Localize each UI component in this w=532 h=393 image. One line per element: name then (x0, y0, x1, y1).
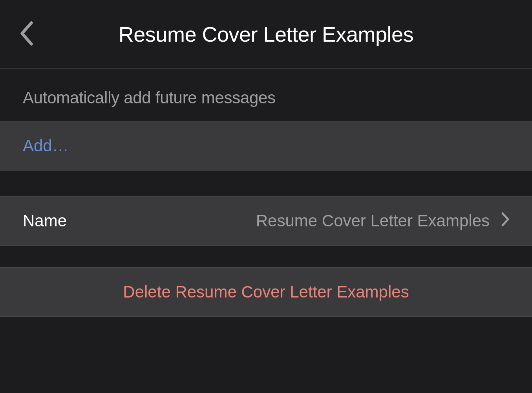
back-button[interactable] (20, 20, 34, 49)
section-spacer (0, 246, 532, 267)
auto-add-section-header: Automatically add future messages (0, 69, 532, 121)
section-spacer (0, 171, 532, 196)
name-label: Name (23, 211, 67, 230)
header-bar: Resume Cover Letter Examples (0, 0, 532, 69)
delete-label: Delete Resume Cover Letter Examples (123, 283, 409, 301)
name-value-container: Resume Cover Letter Examples (256, 211, 509, 230)
page-title: Resume Cover Letter Examples (20, 22, 512, 46)
add-row[interactable]: Add… (0, 121, 532, 171)
delete-button[interactable]: Delete Resume Cover Letter Examples (0, 267, 532, 317)
chevron-right-icon (501, 211, 509, 230)
add-action-label: Add… (23, 136, 69, 155)
chevron-left-icon (20, 20, 34, 49)
name-value: Resume Cover Letter Examples (256, 211, 490, 230)
name-row[interactable]: Name Resume Cover Letter Examples (0, 196, 532, 246)
